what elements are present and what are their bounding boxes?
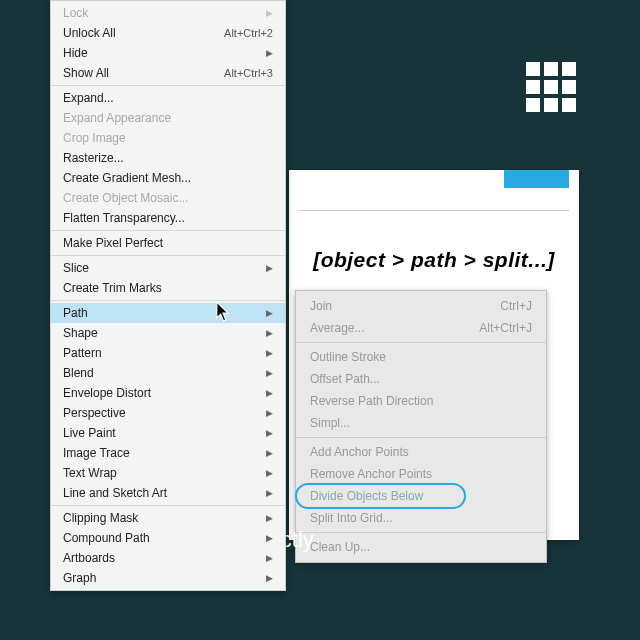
- menu-item-lock: Lock▶: [51, 3, 285, 23]
- menu-item-show-all[interactable]: Show AllAlt+Ctrl+3: [51, 63, 285, 83]
- submenu-item-reverse-path-direction[interactable]: Reverse Path Direction: [296, 390, 546, 412]
- menu-shortcut: Alt+Ctrl+3: [224, 67, 273, 79]
- submenu-arrow-icon: ▶: [266, 488, 273, 498]
- submenu-item-add-anchor-points[interactable]: Add Anchor Points: [296, 441, 546, 463]
- submenu-arrow-icon: ▶: [266, 468, 273, 478]
- menu-item-create-trim-marks[interactable]: Create Trim Marks: [51, 278, 285, 298]
- menu-item-envelope-distort[interactable]: Envelope Distort▶: [51, 383, 285, 403]
- divider: [299, 210, 569, 211]
- menu-separator: [51, 255, 285, 256]
- menu-item-clipping-mask[interactable]: Clipping Mask▶: [51, 508, 285, 528]
- submenu-arrow-icon: ▶: [266, 263, 273, 273]
- menu-item-blend[interactable]: Blend▶: [51, 363, 285, 383]
- menu-item-live-paint[interactable]: Live Paint▶: [51, 423, 285, 443]
- menu-item-label: Flatten Transparency...: [63, 211, 185, 225]
- menu-item-label: Artboards: [63, 551, 115, 565]
- menu-item-label: Expand...: [63, 91, 114, 105]
- menu-item-image-trace[interactable]: Image Trace▶: [51, 443, 285, 463]
- submenu-item-remove-anchor-points[interactable]: Remove Anchor Points: [296, 463, 546, 485]
- object-menu[interactable]: Lock▶Unlock AllAlt+Ctrl+2Hide▶Show AllAl…: [50, 0, 286, 591]
- menu-item-perspective[interactable]: Perspective▶: [51, 403, 285, 423]
- menu-item-label: Perspective: [63, 406, 126, 420]
- menu-item-expand-[interactable]: Expand...: [51, 88, 285, 108]
- menu-separator: [296, 437, 546, 438]
- menu-item-label: Graph: [63, 571, 96, 585]
- submenu-item-label: Average...: [310, 321, 364, 335]
- menu-item-unlock-all[interactable]: Unlock AllAlt+Ctrl+2: [51, 23, 285, 43]
- menu-item-label: Create Object Mosaic...: [63, 191, 188, 205]
- submenu-item-average-[interactable]: Average...Alt+Ctrl+J: [296, 317, 546, 339]
- menu-item-graph[interactable]: Graph▶: [51, 568, 285, 588]
- submenu-item-label: Join: [310, 299, 332, 313]
- submenu-item-divide-objects-below[interactable]: Divide Objects Below: [296, 485, 546, 507]
- submenu-item-label: Divide Objects Below: [310, 489, 423, 503]
- submenu-arrow-icon: ▶: [266, 533, 273, 543]
- menu-item-make-pixel-perfect[interactable]: Make Pixel Perfect: [51, 233, 285, 253]
- menu-item-pattern[interactable]: Pattern▶: [51, 343, 285, 363]
- menu-item-create-gradient-mesh-[interactable]: Create Gradient Mesh...: [51, 168, 285, 188]
- color-swatch: [504, 170, 569, 188]
- submenu-arrow-icon: ▶: [266, 348, 273, 358]
- submenu-arrow-icon: ▶: [266, 308, 273, 318]
- menu-item-slice[interactable]: Slice▶: [51, 258, 285, 278]
- submenu-item-simpl-[interactable]: Simpl...: [296, 412, 546, 434]
- menu-item-label: Shape: [63, 326, 98, 340]
- submenu-item-label: Offset Path...: [310, 372, 380, 386]
- submenu-item-label: Remove Anchor Points: [310, 467, 432, 481]
- submenu-arrow-icon: ▶: [266, 48, 273, 58]
- submenu-arrow-icon: ▶: [266, 8, 273, 18]
- menu-item-label: Line and Sketch Art: [63, 486, 167, 500]
- submenu-shortcut: Alt+Ctrl+J: [479, 321, 532, 335]
- menu-item-artboards[interactable]: Artboards▶: [51, 548, 285, 568]
- menu-item-label: Make Pixel Perfect: [63, 236, 163, 250]
- submenu-shortcut: Ctrl+J: [500, 299, 532, 313]
- submenu-item-label: Outline Stroke: [310, 350, 386, 364]
- submenu-arrow-icon: ▶: [266, 448, 273, 458]
- menu-item-label: Image Trace: [63, 446, 130, 460]
- menu-item-label: Lock: [63, 6, 88, 20]
- submenu-item-join[interactable]: JoinCtrl+J: [296, 295, 546, 317]
- menu-item-label: Live Paint: [63, 426, 116, 440]
- menu-item-hide[interactable]: Hide▶: [51, 43, 285, 63]
- breadcrumb: [object > path > split...]: [289, 248, 579, 272]
- menu-item-label: Clipping Mask: [63, 511, 138, 525]
- menu-item-path[interactable]: Path▶: [51, 303, 285, 323]
- menu-separator: [51, 85, 285, 86]
- menu-separator: [296, 342, 546, 343]
- menu-item-create-object-mosaic-: Create Object Mosaic...: [51, 188, 285, 208]
- menu-item-label: Envelope Distort: [63, 386, 151, 400]
- path-submenu[interactable]: JoinCtrl+JAverage...Alt+Ctrl+JOutline St…: [295, 290, 547, 563]
- submenu-arrow-icon: ▶: [266, 428, 273, 438]
- submenu-item-label: Add Anchor Points: [310, 445, 409, 459]
- menu-item-label: Create Gradient Mesh...: [63, 171, 191, 185]
- menu-item-line-and-sketch-art[interactable]: Line and Sketch Art▶: [51, 483, 285, 503]
- menu-item-text-wrap[interactable]: Text Wrap▶: [51, 463, 285, 483]
- submenu-arrow-icon: ▶: [266, 573, 273, 583]
- submenu-arrow-icon: ▶: [266, 388, 273, 398]
- menu-separator: [51, 230, 285, 231]
- menu-item-shape[interactable]: Shape▶: [51, 323, 285, 343]
- menu-item-compound-path[interactable]: Compound Path▶: [51, 528, 285, 548]
- submenu-item-label: Split Into Grid...: [310, 511, 393, 525]
- menu-separator: [51, 300, 285, 301]
- menu-item-label: Text Wrap: [63, 466, 117, 480]
- menu-item-crop-image: Crop Image: [51, 128, 285, 148]
- menu-item-flatten-transparency-[interactable]: Flatten Transparency...: [51, 208, 285, 228]
- menu-item-label: Hide: [63, 46, 88, 60]
- submenu-arrow-icon: ▶: [266, 368, 273, 378]
- menu-item-expand-appearance: Expand Appearance: [51, 108, 285, 128]
- submenu-arrow-icon: ▶: [266, 408, 273, 418]
- menu-item-label: Rasterize...: [63, 151, 124, 165]
- submenu-item-label: Simpl...: [310, 416, 350, 430]
- menu-item-label: Create Trim Marks: [63, 281, 162, 295]
- menu-item-label: Show All: [63, 66, 109, 80]
- menu-shortcut: Alt+Ctrl+2: [224, 27, 273, 39]
- menu-item-label: Expand Appearance: [63, 111, 171, 125]
- menu-item-rasterize-[interactable]: Rasterize...: [51, 148, 285, 168]
- submenu-arrow-icon: ▶: [266, 328, 273, 338]
- menu-item-label: Path: [63, 306, 88, 320]
- menu-item-label: Blend: [63, 366, 94, 380]
- menu-item-label: Slice: [63, 261, 89, 275]
- submenu-item-outline-stroke[interactable]: Outline Stroke: [296, 346, 546, 368]
- submenu-item-offset-path-[interactable]: Offset Path...: [296, 368, 546, 390]
